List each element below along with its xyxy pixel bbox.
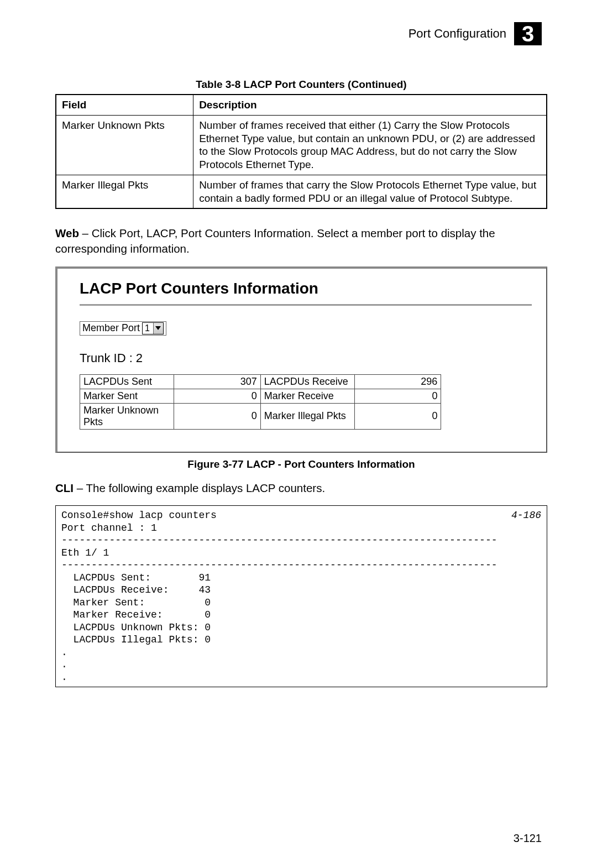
web-text: – Click Port, LACP, Port Counters Inform… — [55, 227, 495, 255]
member-port-value: 1 — [143, 323, 153, 333]
counter-value: 0 — [174, 389, 260, 403]
cell-description: Number of frames that carry the Slow Pro… — [193, 175, 547, 208]
cell-description: Number of frames received that either (1… — [193, 115, 547, 175]
counter-label: LACPDUs Receive — [260, 374, 354, 389]
table-row: LACPDUs Sent 307 LACPDUs Receive 296 — [80, 374, 441, 389]
web-label: Web — [55, 227, 79, 239]
col-description: Description — [193, 95, 547, 115]
counter-value: 0 — [354, 389, 441, 403]
chapter-number-badge: 3 — [514, 22, 542, 45]
table-header-row: Field Description — [56, 95, 547, 115]
screenshot-title: LACP Port Counters Information — [80, 280, 532, 297]
counter-label: Marker Unknown Pkts — [80, 403, 174, 429]
cli-text: – The following example displays LACP co… — [74, 482, 325, 494]
counter-value: 296 — [354, 374, 441, 389]
page-number: 3-121 — [514, 832, 542, 845]
cell-field: Marker Illegal Pkts — [56, 175, 193, 208]
col-field: Field — [56, 95, 193, 115]
counter-label: Marker Sent — [80, 389, 174, 403]
chevron-down-icon[interactable] — [153, 323, 163, 334]
page-header: Port Configuration 3 — [55, 22, 547, 45]
web-instructions: Web – Click Port, LACP, Port Counters In… — [55, 226, 547, 256]
member-port-label: Member Port — [82, 322, 140, 334]
member-port-select[interactable]: 1 — [142, 322, 164, 334]
member-port-control: Member Port 1 — [80, 321, 166, 336]
cli-output: 4-186Console#show lacp counters Port cha… — [55, 505, 547, 687]
cli-instructions: CLI – The following example displays LAC… — [55, 480, 547, 496]
trunk-id-label: Trunk ID : 2 — [80, 351, 532, 365]
counters-grid: LACPDUs Sent 307 LACPDUs Receive 296 Mar… — [80, 374, 441, 430]
cli-text-block: Console#show lacp counters Port channel … — [61, 510, 498, 683]
cell-field: Marker Unknown Pkts — [56, 115, 193, 175]
counter-label: LACPDUs Sent — [80, 374, 174, 389]
counter-label: Marker Illegal Pkts — [260, 403, 354, 429]
figure-caption: Figure 3-77 LACP - Port Counters Informa… — [55, 458, 547, 470]
divider — [80, 304, 532, 306]
table-row: Marker Sent 0 Marker Receive 0 — [80, 389, 441, 403]
cli-label: CLI — [55, 482, 74, 494]
counter-value: 0 — [354, 403, 441, 429]
table-caption: Table 3-8 LACP Port Counters (Continued) — [55, 79, 547, 91]
cli-page-ref: 4-186 — [511, 509, 541, 522]
table-row: Marker Illegal Pkts Number of frames tha… — [56, 175, 547, 208]
web-screenshot: LACP Port Counters Information Member Po… — [55, 266, 547, 453]
counter-value: 307 — [174, 374, 260, 389]
counter-label: Marker Receive — [260, 389, 354, 403]
table-row: Marker Unknown Pkts 0 Marker Illegal Pkt… — [80, 403, 441, 429]
header-title: Port Configuration — [409, 27, 506, 41]
svg-marker-0 — [155, 326, 161, 330]
lacp-counters-table: Field Description Marker Unknown Pkts Nu… — [55, 94, 547, 209]
table-row: Marker Unknown Pkts Number of frames rec… — [56, 115, 547, 175]
counter-value: 0 — [174, 403, 260, 429]
